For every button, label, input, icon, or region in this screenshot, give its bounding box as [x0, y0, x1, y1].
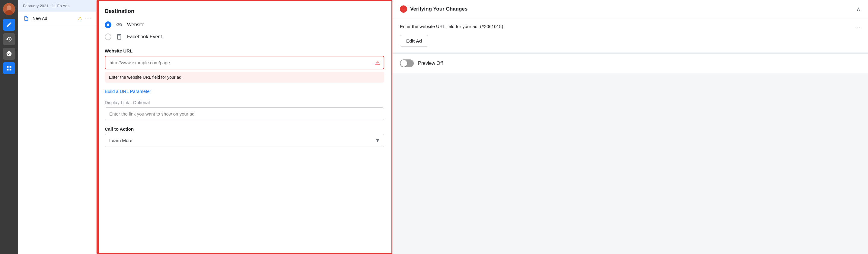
smiley-icon-btn[interactable]	[3, 47, 15, 60]
form-panel: Destination Website	[97, 0, 392, 254]
edit-ad-button[interactable]: Edit Ad	[400, 35, 428, 47]
fb-event-icon	[115, 33, 123, 41]
verify-title: Verifying Your Changes	[410, 6, 467, 12]
warning-icon: ⚠	[78, 16, 82, 22]
destination-title: Destination	[105, 8, 384, 14]
nav-breadcrumb: February 2021 · 11 Fb Ads	[18, 0, 96, 12]
verify-error-icon: −	[400, 5, 407, 13]
link-icon	[115, 21, 123, 29]
website-label: Website	[127, 22, 145, 27]
preview-label: Preview Off	[418, 61, 443, 66]
toggle-knob	[401, 60, 407, 67]
edit-icon-btn[interactable]	[3, 19, 15, 31]
destination-options: Website Facebook Event	[105, 21, 384, 41]
url-input-wrapper: ⚠	[105, 56, 384, 69]
display-link-input[interactable]	[105, 107, 384, 120]
cta-select[interactable]: Learn More Shop Now Sign Up Download Con…	[105, 134, 384, 147]
document-icon	[23, 15, 30, 22]
nav-item-dots[interactable]: ···	[85, 15, 91, 22]
collapse-icon[interactable]: ∧	[856, 5, 861, 13]
verify-message-row: Enter the website URL field for your ad.…	[400, 24, 861, 30]
grid-icon-btn[interactable]	[3, 62, 15, 74]
preview-toggle[interactable]	[400, 59, 414, 67]
preview-section: Preview Off	[393, 54, 868, 73]
verify-message-text: Enter the website URL field for your ad.…	[400, 24, 851, 29]
cta-select-wrapper: Learn More Shop Now Sign Up Download Con…	[105, 134, 384, 147]
cta-section: Call to Action Learn More Shop Now Sign …	[105, 126, 384, 147]
website-radio[interactable]	[105, 22, 112, 28]
website-url-label: Website URL	[105, 48, 384, 54]
fb-event-label: Facebook Event	[127, 34, 162, 39]
website-url-section: Website URL ⚠ Enter the website URL fiel…	[105, 48, 384, 83]
right-panel: − Verifying Your Changes ∧ Enter the web…	[392, 0, 868, 254]
verify-header-left: − Verifying Your Changes	[400, 5, 467, 13]
nav-panel: February 2021 · 11 Fb Ads New Ad ⚠ ···	[18, 0, 97, 254]
svg-point-1	[7, 5, 11, 10]
user-avatar[interactable]	[3, 3, 15, 15]
optional-text: · Optional	[130, 100, 150, 105]
sidebar	[0, 0, 18, 254]
website-url-input[interactable]	[105, 56, 383, 69]
website-option[interactable]: Website	[105, 21, 384, 29]
build-url-link[interactable]: Build a URL Parameter	[105, 89, 151, 94]
verify-header: − Verifying Your Changes ∧	[393, 0, 868, 19]
facebook-event-option[interactable]: Facebook Event	[105, 33, 384, 41]
verify-dots[interactable]: ···	[855, 24, 861, 30]
display-link-label: Display Link · Optional	[105, 100, 384, 105]
verify-section: − Verifying Your Changes ∧ Enter the web…	[393, 0, 868, 52]
verify-body: Enter the website URL field for your ad.…	[393, 19, 868, 52]
url-warning-icon: ⚠	[375, 59, 380, 66]
facebook-event-radio[interactable]	[105, 33, 112, 40]
destination-section: Destination Website	[105, 8, 384, 41]
url-error-message: Enter the website URL field for your ad.	[105, 72, 384, 83]
display-link-section: Display Link · Optional	[105, 100, 384, 120]
cta-label: Call to Action	[105, 126, 384, 131]
history-icon-btn[interactable]	[3, 33, 15, 45]
main-content: Destination Website	[97, 0, 868, 254]
nav-ad-label: New Ad	[33, 16, 75, 21]
nav-ad-item[interactable]: New Ad ⚠ ···	[18, 12, 96, 25]
